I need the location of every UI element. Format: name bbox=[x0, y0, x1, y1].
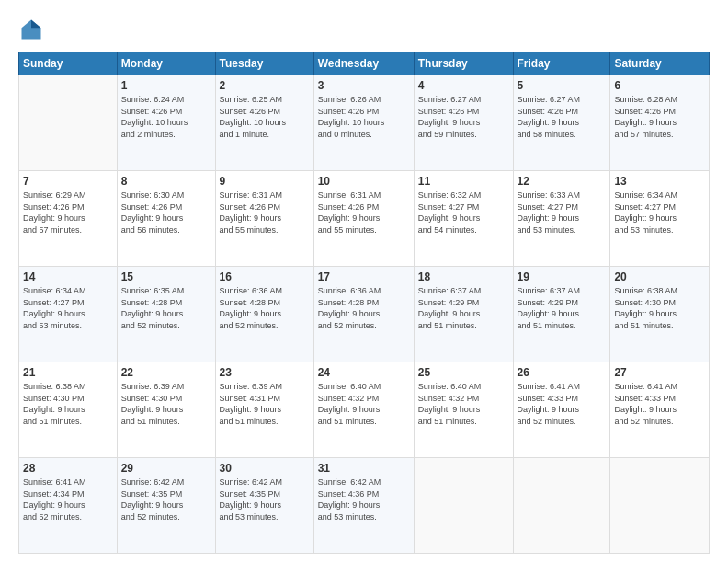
calendar-cell: 29Sunrise: 6:42 AM Sunset: 4:35 PM Dayli… bbox=[117, 458, 215, 554]
day-info: Sunrise: 6:38 AM Sunset: 4:30 PM Dayligh… bbox=[23, 381, 113, 427]
column-header-wednesday: Wednesday bbox=[313, 52, 414, 75]
calendar-cell: 8Sunrise: 6:30 AM Sunset: 4:26 PM Daylig… bbox=[117, 171, 215, 267]
day-number: 12 bbox=[518, 175, 607, 188]
column-header-friday: Friday bbox=[513, 52, 610, 75]
day-number: 8 bbox=[121, 175, 211, 188]
day-number: 2 bbox=[220, 79, 310, 92]
day-info: Sunrise: 6:34 AM Sunset: 4:27 PM Dayligh… bbox=[614, 190, 705, 236]
day-number: 27 bbox=[614, 366, 705, 379]
calendar-cell: 5Sunrise: 6:27 AM Sunset: 4:26 PM Daylig… bbox=[513, 75, 610, 171]
column-header-saturday: Saturday bbox=[610, 52, 710, 75]
day-info: Sunrise: 6:27 AM Sunset: 4:26 PM Dayligh… bbox=[418, 94, 509, 140]
day-number: 31 bbox=[318, 462, 410, 475]
calendar-cell bbox=[610, 458, 710, 554]
day-info: Sunrise: 6:31 AM Sunset: 4:26 PM Dayligh… bbox=[220, 190, 310, 236]
calendar-cell: 2Sunrise: 6:25 AM Sunset: 4:26 PM Daylig… bbox=[215, 75, 313, 171]
calendar-cell: 15Sunrise: 6:35 AM Sunset: 4:28 PM Dayli… bbox=[117, 267, 215, 362]
logo bbox=[18, 17, 48, 42]
day-number: 23 bbox=[220, 366, 310, 379]
column-header-thursday: Thursday bbox=[414, 52, 513, 75]
day-number: 16 bbox=[220, 270, 310, 283]
calendar-body: 1Sunrise: 6:24 AM Sunset: 4:26 PM Daylig… bbox=[19, 75, 710, 554]
day-number: 10 bbox=[318, 175, 410, 188]
day-info: Sunrise: 6:41 AM Sunset: 4:33 PM Dayligh… bbox=[614, 381, 705, 427]
day-info: Sunrise: 6:42 AM Sunset: 4:36 PM Dayligh… bbox=[318, 477, 410, 523]
day-info: Sunrise: 6:26 AM Sunset: 4:26 PM Dayligh… bbox=[318, 94, 410, 140]
calendar-cell: 24Sunrise: 6:40 AM Sunset: 4:32 PM Dayli… bbox=[313, 362, 414, 458]
calendar-cell: 12Sunrise: 6:33 AM Sunset: 4:27 PM Dayli… bbox=[513, 171, 610, 267]
column-header-sunday: Sunday bbox=[19, 52, 118, 75]
day-info: Sunrise: 6:30 AM Sunset: 4:26 PM Dayligh… bbox=[121, 190, 211, 236]
week-row-4: 21Sunrise: 6:38 AM Sunset: 4:30 PM Dayli… bbox=[19, 362, 710, 458]
header bbox=[18, 17, 710, 42]
day-info: Sunrise: 6:36 AM Sunset: 4:28 PM Dayligh… bbox=[318, 285, 410, 331]
calendar-cell: 10Sunrise: 6:31 AM Sunset: 4:26 PM Dayli… bbox=[313, 171, 414, 267]
calendar-header: SundayMondayTuesdayWednesdayThursdayFrid… bbox=[19, 52, 710, 75]
week-row-3: 14Sunrise: 6:34 AM Sunset: 4:27 PM Dayli… bbox=[19, 267, 710, 362]
calendar-cell: 30Sunrise: 6:42 AM Sunset: 4:35 PM Dayli… bbox=[215, 458, 313, 554]
logo-icon bbox=[18, 17, 44, 42]
day-number: 24 bbox=[318, 366, 410, 379]
day-info: Sunrise: 6:39 AM Sunset: 4:30 PM Dayligh… bbox=[121, 381, 211, 427]
day-number: 20 bbox=[614, 270, 705, 283]
day-number: 3 bbox=[318, 79, 410, 92]
header-row: SundayMondayTuesdayWednesdayThursdayFrid… bbox=[19, 52, 710, 75]
day-number: 7 bbox=[23, 175, 113, 188]
day-number: 5 bbox=[518, 79, 607, 92]
calendar-cell: 14Sunrise: 6:34 AM Sunset: 4:27 PM Dayli… bbox=[19, 267, 118, 362]
calendar-cell: 6Sunrise: 6:28 AM Sunset: 4:26 PM Daylig… bbox=[610, 75, 710, 171]
calendar-cell: 28Sunrise: 6:41 AM Sunset: 4:34 PM Dayli… bbox=[19, 458, 118, 554]
day-info: Sunrise: 6:40 AM Sunset: 4:32 PM Dayligh… bbox=[318, 381, 410, 427]
day-number: 21 bbox=[23, 366, 113, 379]
day-number: 28 bbox=[23, 462, 113, 475]
day-info: Sunrise: 6:28 AM Sunset: 4:26 PM Dayligh… bbox=[614, 94, 705, 140]
column-header-tuesday: Tuesday bbox=[215, 52, 313, 75]
day-info: Sunrise: 6:24 AM Sunset: 4:26 PM Dayligh… bbox=[121, 94, 211, 140]
calendar-cell: 22Sunrise: 6:39 AM Sunset: 4:30 PM Dayli… bbox=[117, 362, 215, 458]
day-number: 11 bbox=[418, 175, 509, 188]
day-info: Sunrise: 6:42 AM Sunset: 4:35 PM Dayligh… bbox=[121, 477, 211, 523]
day-number: 29 bbox=[121, 462, 211, 475]
column-header-monday: Monday bbox=[117, 52, 215, 75]
day-info: Sunrise: 6:32 AM Sunset: 4:27 PM Dayligh… bbox=[418, 190, 509, 236]
calendar-cell: 26Sunrise: 6:41 AM Sunset: 4:33 PM Dayli… bbox=[513, 362, 610, 458]
day-number: 25 bbox=[418, 366, 509, 379]
day-info: Sunrise: 6:37 AM Sunset: 4:29 PM Dayligh… bbox=[518, 285, 607, 331]
day-info: Sunrise: 6:29 AM Sunset: 4:26 PM Dayligh… bbox=[23, 190, 113, 236]
day-info: Sunrise: 6:35 AM Sunset: 4:28 PM Dayligh… bbox=[121, 285, 211, 331]
day-number: 6 bbox=[614, 79, 705, 92]
day-number: 19 bbox=[518, 270, 607, 283]
day-number: 17 bbox=[318, 270, 410, 283]
day-number: 4 bbox=[418, 79, 509, 92]
day-info: Sunrise: 6:25 AM Sunset: 4:26 PM Dayligh… bbox=[220, 94, 310, 140]
day-number: 15 bbox=[121, 270, 211, 283]
day-number: 13 bbox=[614, 175, 705, 188]
calendar-cell bbox=[414, 458, 513, 554]
calendar-cell: 16Sunrise: 6:36 AM Sunset: 4:28 PM Dayli… bbox=[215, 267, 313, 362]
day-info: Sunrise: 6:37 AM Sunset: 4:29 PM Dayligh… bbox=[418, 285, 509, 331]
week-row-5: 28Sunrise: 6:41 AM Sunset: 4:34 PM Dayli… bbox=[19, 458, 710, 554]
day-number: 1 bbox=[121, 79, 211, 92]
calendar-cell: 27Sunrise: 6:41 AM Sunset: 4:33 PM Dayli… bbox=[610, 362, 710, 458]
calendar-cell: 13Sunrise: 6:34 AM Sunset: 4:27 PM Dayli… bbox=[610, 171, 710, 267]
day-info: Sunrise: 6:38 AM Sunset: 4:30 PM Dayligh… bbox=[614, 285, 705, 331]
week-row-1: 1Sunrise: 6:24 AM Sunset: 4:26 PM Daylig… bbox=[19, 75, 710, 171]
day-info: Sunrise: 6:36 AM Sunset: 4:28 PM Dayligh… bbox=[220, 285, 310, 331]
calendar-cell: 3Sunrise: 6:26 AM Sunset: 4:26 PM Daylig… bbox=[313, 75, 414, 171]
day-info: Sunrise: 6:31 AM Sunset: 4:26 PM Dayligh… bbox=[318, 190, 410, 236]
day-number: 14 bbox=[23, 270, 113, 283]
calendar-cell: 25Sunrise: 6:40 AM Sunset: 4:32 PM Dayli… bbox=[414, 362, 513, 458]
calendar-cell: 21Sunrise: 6:38 AM Sunset: 4:30 PM Dayli… bbox=[19, 362, 118, 458]
day-number: 26 bbox=[518, 366, 607, 379]
calendar-cell: 17Sunrise: 6:36 AM Sunset: 4:28 PM Dayli… bbox=[313, 267, 414, 362]
calendar-cell: 4Sunrise: 6:27 AM Sunset: 4:26 PM Daylig… bbox=[414, 75, 513, 171]
day-number: 9 bbox=[220, 175, 310, 188]
page: SundayMondayTuesdayWednesdayThursdayFrid… bbox=[0, 0, 728, 563]
calendar-cell bbox=[19, 75, 118, 171]
calendar-cell: 18Sunrise: 6:37 AM Sunset: 4:29 PM Dayli… bbox=[414, 267, 513, 362]
day-info: Sunrise: 6:41 AM Sunset: 4:34 PM Dayligh… bbox=[23, 477, 113, 523]
calendar-cell: 31Sunrise: 6:42 AM Sunset: 4:36 PM Dayli… bbox=[313, 458, 414, 554]
day-number: 30 bbox=[220, 462, 310, 475]
day-number: 22 bbox=[121, 366, 211, 379]
day-info: Sunrise: 6:33 AM Sunset: 4:27 PM Dayligh… bbox=[518, 190, 607, 236]
